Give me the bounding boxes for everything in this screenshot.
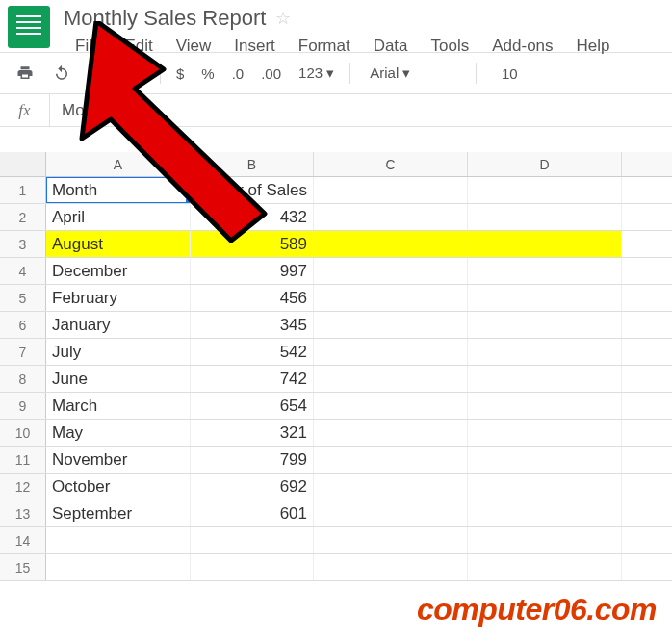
cell[interactable]: October (46, 474, 191, 500)
cell[interactable]: 799 (191, 447, 314, 473)
row-header[interactable]: 1 (0, 177, 46, 203)
decrease-decimal-button[interactable]: .0 (226, 65, 250, 82)
cell[interactable]: Number of Sales (191, 177, 314, 203)
cell[interactable]: April (46, 204, 191, 230)
menu-insert[interactable]: Insert (222, 33, 287, 60)
cell[interactable] (314, 231, 468, 257)
menu-data[interactable]: Data (362, 33, 420, 60)
undo-icon[interactable] (46, 60, 77, 87)
format-currency-button[interactable]: $ (170, 65, 190, 82)
cell[interactable] (468, 177, 622, 203)
menu-help[interactable]: Help (565, 33, 622, 60)
menu-addons[interactable]: Add-ons (480, 33, 564, 60)
row-header[interactable]: 11 (0, 447, 46, 473)
row-header[interactable]: 12 (0, 474, 46, 500)
row-header[interactable]: 10 (0, 420, 46, 446)
cell[interactable]: July (46, 339, 191, 365)
row-header[interactable]: 5 (0, 285, 46, 311)
select-all-corner[interactable] (0, 152, 46, 176)
cell[interactable] (468, 339, 622, 365)
cell[interactable] (191, 527, 314, 553)
cell[interactable] (314, 312, 468, 338)
format-percent-button[interactable]: % (195, 65, 220, 82)
menu-view[interactable]: View (165, 33, 223, 60)
col-header-d[interactable]: D (468, 152, 622, 176)
font-size-dropdown[interactable]: 10 (486, 64, 532, 84)
menu-format[interactable]: Format (287, 33, 362, 60)
cell[interactable]: 345 (191, 312, 314, 338)
cell[interactable] (314, 204, 468, 230)
row-header[interactable]: 2 (0, 204, 46, 230)
cell[interactable] (314, 420, 468, 446)
cell[interactable] (468, 393, 622, 419)
cell[interactable] (314, 366, 468, 392)
cell[interactable]: 589 (191, 231, 314, 257)
cell[interactable] (314, 339, 468, 365)
cell[interactable] (314, 447, 468, 473)
row-header[interactable]: 4 (0, 258, 46, 284)
cell[interactable]: Month (46, 177, 191, 203)
cell[interactable] (314, 393, 468, 419)
cell[interactable]: 542 (191, 339, 314, 365)
menu-edit[interactable]: Edit (113, 33, 164, 60)
cell[interactable] (314, 258, 468, 284)
cell[interactable] (468, 258, 622, 284)
cell[interactable] (191, 554, 314, 580)
cell[interactable] (314, 527, 468, 553)
cell[interactable]: 601 (191, 500, 314, 526)
col-header-c[interactable]: C (314, 152, 468, 176)
cell[interactable]: November (46, 447, 191, 473)
cell[interactable] (468, 447, 622, 473)
cell[interactable] (314, 500, 468, 526)
cell[interactable] (468, 420, 622, 446)
row-header[interactable]: 8 (0, 366, 46, 392)
cell[interactable] (468, 500, 622, 526)
cell[interactable]: May (46, 420, 191, 446)
menu-tools[interactable]: Tools (420, 33, 481, 60)
number-format-dropdown[interactable]: 123 ▾ (293, 64, 340, 82)
sheets-app-icon[interactable] (8, 6, 50, 48)
row-header[interactable]: 14 (0, 527, 46, 553)
increase-decimal-button[interactable]: .00 (255, 65, 287, 82)
cell[interactable] (46, 554, 191, 580)
col-header-a[interactable]: A (46, 152, 191, 176)
redo-icon[interactable] (83, 60, 114, 87)
cell[interactable]: 456 (191, 285, 314, 311)
star-icon[interactable]: ☆ (275, 8, 291, 29)
cell[interactable] (468, 204, 622, 230)
cell[interactable]: 742 (191, 366, 314, 392)
cell[interactable] (468, 474, 622, 500)
doc-title[interactable]: Monthly Sales Report (64, 6, 266, 31)
cell[interactable]: 321 (191, 420, 314, 446)
cell[interactable] (46, 527, 191, 553)
cell[interactable]: August (46, 231, 191, 257)
row-header[interactable]: 13 (0, 500, 46, 526)
cell[interactable]: September (46, 500, 191, 526)
cell[interactable] (468, 231, 622, 257)
cell[interactable] (314, 554, 468, 580)
menu-file[interactable]: File (64, 33, 113, 60)
font-family-dropdown[interactable]: Arial ▾ (360, 63, 466, 84)
col-header-b[interactable]: B (191, 152, 314, 176)
cell[interactable]: 692 (191, 474, 314, 500)
cell[interactable] (468, 554, 622, 580)
cell[interactable] (468, 285, 622, 311)
row-header[interactable]: 9 (0, 393, 46, 419)
cell[interactable]: 432 (191, 204, 314, 230)
cell[interactable] (314, 177, 468, 203)
row-header[interactable]: 6 (0, 312, 46, 338)
cell[interactable]: December (46, 258, 191, 284)
cell[interactable] (314, 474, 468, 500)
row-header[interactable]: 15 (0, 554, 46, 580)
cell[interactable]: 997 (191, 258, 314, 284)
cell[interactable]: February (46, 285, 191, 311)
paint-format-icon[interactable] (119, 60, 150, 87)
fx-value[interactable]: Month (50, 101, 672, 120)
row-header[interactable]: 3 (0, 231, 46, 257)
print-icon[interactable] (10, 60, 40, 87)
cell[interactable]: January (46, 312, 191, 338)
cell[interactable]: 654 (191, 393, 314, 419)
cell[interactable]: March (46, 393, 191, 419)
row-header[interactable]: 7 (0, 339, 46, 365)
cell[interactable] (314, 285, 468, 311)
